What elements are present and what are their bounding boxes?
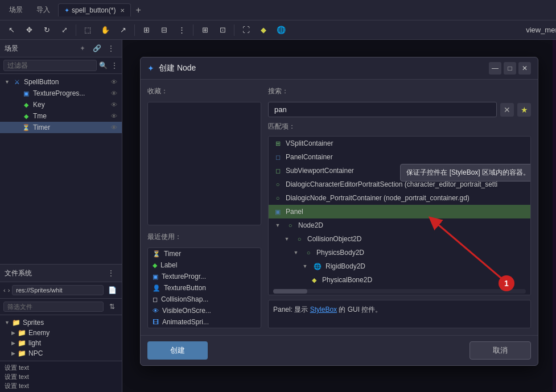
create-button[interactable]: 创建 xyxy=(147,341,208,360)
label-dialogic-node: DialogicNode_PortraitContainer (node_por… xyxy=(286,194,469,202)
tool-rotate[interactable]: ↻ xyxy=(39,23,55,38)
tool-snap[interactable]: ✋ xyxy=(97,23,113,38)
tree-item-key[interactable]: ◆ Key 👁 xyxy=(0,99,122,110)
tree-item-textureprog[interactable]: ▣ TextureProgres... 👁 xyxy=(0,88,122,99)
recent-item-collision[interactable]: ◻ CollisionShap... xyxy=(148,294,261,305)
result-collision2d[interactable]: ▼ ○ CollisionObject2D xyxy=(269,232,530,246)
file-nav-fwd[interactable]: › xyxy=(8,287,10,294)
tool-cursor[interactable]: ↖ xyxy=(3,23,19,38)
file-header-actions: ⋮ xyxy=(105,267,117,279)
vis-spellbutton[interactable]: 👁 xyxy=(111,79,117,85)
add-node-btn[interactable]: + xyxy=(76,42,89,55)
label-light: light xyxy=(28,339,41,347)
file-path-input[interactable] xyxy=(12,285,104,295)
result-rigidbody2d[interactable]: ▼ 🌐 RigidBody2D xyxy=(269,259,530,273)
file-item-sprites[interactable]: ▼ 📁 Sprites xyxy=(0,317,122,328)
vis-timer[interactable]: 👁 xyxy=(111,124,117,131)
tool-frame[interactable]: ⊡ xyxy=(215,23,230,38)
tool-view-menu[interactable]: view_menu xyxy=(537,23,553,38)
vis-tme[interactable]: 👁 xyxy=(111,113,117,119)
result-node2d[interactable]: ▼ ○ Node2D xyxy=(269,218,530,232)
tree-item-tme[interactable]: ◆ Tme 👁 xyxy=(0,110,122,122)
modal-body: 收藏： 最近使用： ⏳ Timer ◆ Label xyxy=(141,80,538,335)
recent-list: ⏳ Timer ◆ Label ▣ TextureProgr... xyxy=(147,247,261,328)
file-item-light[interactable]: ▶ 📁 light xyxy=(0,338,122,348)
tab-spell-button[interactable]: ✦ spell_button(*) ✕ xyxy=(58,3,131,16)
tree-item-timer[interactable]: ⏳ Timer 👁 xyxy=(0,122,122,133)
scene-filter-more[interactable]: ⋮ xyxy=(110,59,118,72)
scrollbar-thumb xyxy=(273,289,307,294)
file-item-enemy[interactable]: ▶ 📁 Enemy xyxy=(0,328,122,338)
result-physics2d[interactable]: ▼ ○ PhysicsBody2D xyxy=(269,246,530,259)
tab-scene[interactable]: 场景 xyxy=(3,3,28,17)
file-filter-input[interactable] xyxy=(3,302,104,312)
tool-move[interactable]: ✥ xyxy=(21,23,37,38)
file-item-npc[interactable]: ▶ 📁 NPC xyxy=(0,348,122,358)
tree-item-spellbutton[interactable]: ▼ ⚔ SpellButton 👁 xyxy=(0,76,122,88)
search-clear-btn[interactable]: ✕ xyxy=(500,103,514,117)
result-dialogic-node[interactable]: ○ DialogicNode_PortraitContainer (node_p… xyxy=(269,191,530,205)
recent-item-label[interactable]: ◆ Label xyxy=(148,259,261,271)
recent-item-animated[interactable]: 🎞 AnimatedSpri... xyxy=(148,316,261,328)
recent-label-textureprog: TextureProgr... xyxy=(162,273,206,280)
icon-key: ◆ xyxy=(22,100,31,109)
results-scrollbar[interactable] xyxy=(269,287,530,295)
result-panel[interactable]: ▣ Panel xyxy=(269,205,530,218)
search-input[interactable] xyxy=(268,102,497,117)
result-vsplit[interactable]: ⊞ VSplitContainer xyxy=(269,137,530,150)
cancel-button[interactable]: 取消 xyxy=(469,341,531,360)
file-more-btn[interactable]: ⋮ xyxy=(105,267,117,279)
tool-more[interactable]: ⋮ xyxy=(174,23,190,38)
recent-item-timer[interactable]: ⏳ Timer xyxy=(148,248,261,259)
tab-add-button[interactable]: + xyxy=(135,5,141,15)
recent-icon-visible: 👁 xyxy=(153,307,159,314)
file-nav-back[interactable]: ‹ xyxy=(3,287,6,294)
file-bookmark-btn[interactable]: 📄 xyxy=(106,284,118,296)
link-btn[interactable]: 🔗 xyxy=(90,42,103,55)
recent-label: 最近使用： xyxy=(147,230,261,243)
modal-close-btn[interactable]: ✕ xyxy=(518,62,531,75)
tab-scene-label: 场景 xyxy=(9,5,23,15)
tool-scale[interactable]: ⤢ xyxy=(56,23,72,38)
modal-left-col: 收藏： 最近使用： ⏳ Timer ◆ Label xyxy=(147,86,261,328)
scrollbar-track xyxy=(273,289,526,294)
expand-node2d: ▼ xyxy=(273,221,282,230)
file-sort-btn[interactable]: ⇅ xyxy=(106,300,118,313)
favorites-label: 收藏： xyxy=(147,86,261,96)
result-panelcontainer[interactable]: ◻ PanelContainer xyxy=(269,150,530,164)
result-physicalbone2d[interactable]: ◆ PhysicalBone2D xyxy=(269,273,530,287)
tool-lock[interactable]: ⊞ xyxy=(138,23,154,38)
modal-minimize-btn[interactable]: — xyxy=(489,62,501,75)
icon-panel-filled: ▣ xyxy=(273,207,282,216)
label-dialogic-char: DialogicCharacterEditorPortraitSection (… xyxy=(286,180,497,188)
tool-layout[interactable]: ⊟ xyxy=(156,23,172,38)
tool-paint[interactable]: 🌐 xyxy=(273,23,289,38)
label-enemy: Enemy xyxy=(28,329,50,337)
log-item-3: 设置 text xyxy=(5,382,117,390)
scene-more-btn[interactable]: ⋮ xyxy=(105,42,117,55)
search-fav-btn[interactable]: ★ xyxy=(517,103,531,117)
vis-textureprog[interactable]: 👁 xyxy=(111,90,117,97)
icon-dialogic-char: ○ xyxy=(273,180,282,189)
recent-item-textureprog[interactable]: ▣ TextureProgr... xyxy=(148,271,261,282)
tool-camera[interactable]: ⊞ xyxy=(197,23,213,38)
modal-icon: ✦ xyxy=(147,64,154,73)
description-link[interactable]: StyleBox xyxy=(310,306,337,313)
scene-filter-input[interactable] xyxy=(3,60,97,71)
tab-import[interactable]: 导入 xyxy=(31,3,56,17)
tool-select[interactable]: ⬚ xyxy=(80,23,96,38)
label-spellbutton: SpellButton xyxy=(24,78,59,86)
modal-maximize-btn[interactable]: □ xyxy=(504,62,516,75)
scene-search-icon[interactable]: 🔍 xyxy=(99,59,108,72)
tab-close-icon[interactable]: ✕ xyxy=(120,7,125,14)
recent-item-texturebtn[interactable]: 👤 TextureButton xyxy=(148,282,261,294)
tool-anchor[interactable]: ⛶ xyxy=(238,23,254,38)
label-physicalbone2d: PhysicalBone2D xyxy=(322,276,372,284)
recent-item-visible[interactable]: 👁 VisibleOnScre... xyxy=(148,305,261,316)
vis-key[interactable]: 👁 xyxy=(111,101,117,108)
result-subviewport[interactable]: ◻ SubViewportContainer 保证子控件在 [StyleBox]… xyxy=(269,164,530,178)
tool-grid[interactable]: ↗ xyxy=(115,23,131,38)
label-key: Key xyxy=(33,101,45,109)
tool-bone[interactable]: ◆ xyxy=(256,23,271,38)
modal-footer: 创建 取消 xyxy=(141,335,538,365)
